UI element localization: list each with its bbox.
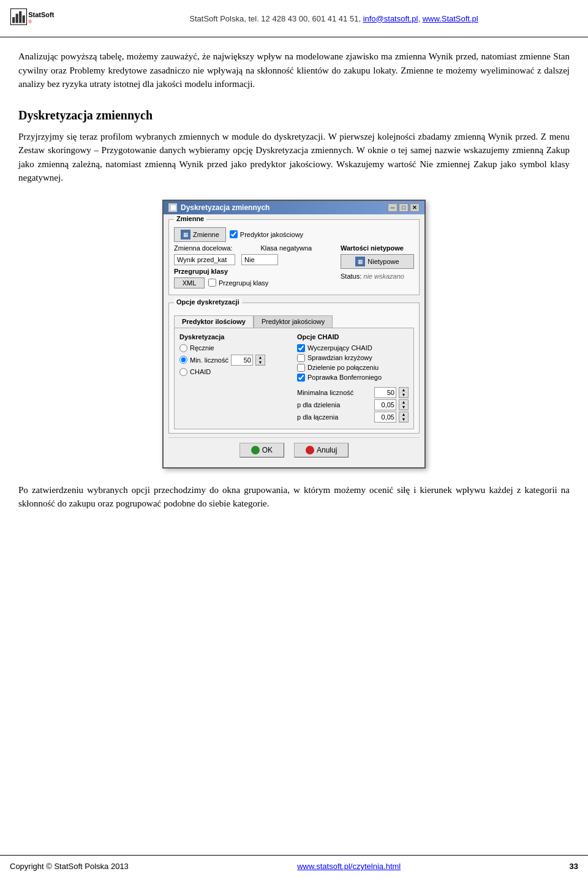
zmienne-btn-icon: ▦ <box>181 230 190 239</box>
zmienna-docelowa-row: Zmienna docelowa: Klasa negatywna <box>174 244 334 252</box>
chaid-min-up[interactable]: ▲ <box>399 388 408 393</box>
min-liczba-spinner[interactable]: ▲ ▼ <box>255 355 265 366</box>
opcje-section-title: Opcje dyskretyzacji <box>174 298 242 306</box>
chaid-min-spinner[interactable]: ▲ ▼ <box>399 387 409 398</box>
predyktor-checkbox[interactable] <box>230 230 238 238</box>
chaid-dzielenie-row: Dzielenie po połączeniu <box>297 364 409 372</box>
main-content: Analizując powyższą tabelę, możemy zauwa… <box>0 37 588 568</box>
maximize-button[interactable]: □ <box>399 203 409 212</box>
page-header: StatSoft ® StatSoft Polska, tel. 12 428 … <box>0 0 588 37</box>
klasa-negatywna-label: Klasa negatywna <box>260 244 312 252</box>
nietypowe-icon: ▦ <box>355 257 365 266</box>
chaid-min-label: Minimalna liczność <box>297 389 372 396</box>
chaid-values: Minimalna liczność ▲ ▼ <box>297 387 409 424</box>
header-contact: StatSoft Polska, tel. 12 428 43 00, 601 … <box>89 14 578 23</box>
spin-up[interactable]: ▲ <box>256 355 265 360</box>
chaid-p-dzielenia-input[interactable] <box>374 399 396 410</box>
chaid-wyczerpujacy-row: Wyczerpujący CHAID <box>297 344 409 352</box>
radio-min-liczba[interactable] <box>179 356 187 364</box>
zmienne-section-title: Zmienne <box>174 215 206 222</box>
przegrupuj-checkbox[interactable] <box>208 279 216 287</box>
cancel-icon <box>306 446 314 454</box>
opcje-chaid-col: Opcje CHAID Wyczerpujący CHAID <box>297 333 409 424</box>
status-label: Status: <box>341 273 361 280</box>
radio-recznie[interactable] <box>179 344 187 352</box>
ok-button[interactable]: OK <box>239 443 284 457</box>
chaid-options: Wyczerpujący CHAID Sprawdzian krzyżowy <box>297 344 409 424</box>
paragraph-intro: Analizując powyższą tabelę, możemy zauwa… <box>18 50 570 91</box>
chaid-min-row: Minimalna liczność ▲ ▼ <box>297 387 409 398</box>
chaid-p-dz-down[interactable]: ▼ <box>399 405 408 410</box>
svg-rect-3 <box>19 11 21 23</box>
predyktor-checkbox-label[interactable]: Predyktor jakościowy <box>230 230 303 238</box>
opcje-chaid-label: Opcje CHAID <box>297 333 409 341</box>
nietypowe-button[interactable]: ▦ Nietypowe <box>341 254 414 269</box>
chaid-p-lac-up[interactable]: ▲ <box>399 412 408 417</box>
radio-recznie-label[interactable]: Ręcznie <box>179 344 291 352</box>
chaid-p-laczenia-spinner[interactable]: ▲ ▼ <box>399 412 409 423</box>
titlebar-buttons: ─ □ ✕ <box>388 203 420 212</box>
paragraph-conclusion: Po zatwierdzeniu wybranych opcji przecho… <box>18 483 570 511</box>
radio-chaid-label[interactable]: CHAID <box>179 368 291 376</box>
status-value: nie wskazano <box>363 273 404 280</box>
chaid-p-laczenia-label: p dla łączenia <box>297 413 372 421</box>
minimize-button[interactable]: ─ <box>388 203 398 212</box>
chaid-p-lac-down[interactable]: ▼ <box>399 417 408 422</box>
svg-rect-2 <box>16 13 18 23</box>
copyright-text: Copyright © StatSoft Polska 2013 <box>10 862 129 871</box>
chaid-p-dzielenia-spinner[interactable]: ▲ ▼ <box>399 399 409 410</box>
chaid-p-dzielenia-row: p dla dzielenia ▲ ▼ <box>297 399 409 410</box>
chaid-p-laczenia-row: p dla łączenia ▲ ▼ <box>297 412 409 423</box>
przegrupuj-label: Przegrupuj klasy <box>174 268 228 275</box>
page-number: 33 <box>570 862 578 871</box>
przegrupuj-checkbox-label[interactable]: Przegrupuj klasy <box>208 279 268 287</box>
spin-down[interactable]: ▼ <box>256 360 265 365</box>
min-liczba-input[interactable] <box>231 355 253 366</box>
ok-icon <box>251 446 260 454</box>
przegrupuj-row: Przegrupuj klasy <box>174 268 334 275</box>
footer-link[interactable]: www.statsoft.pl/czytelnia.html <box>297 862 401 871</box>
dialog-icon: ▦ <box>168 203 177 212</box>
xml-przegrupuj-row: XML Przegrupuj klasy <box>174 277 334 288</box>
zmienne-row: ▦ Zmienne Predyktor jakościowy <box>174 227 414 242</box>
chaid-p-laczenia-input[interactable] <box>374 412 396 423</box>
dialog-title: Dyskretyzacja zmiennych <box>181 203 388 212</box>
section-heading: Dyskretyzacja zmiennych <box>18 108 570 122</box>
svg-text:StatSoft: StatSoft <box>28 11 55 18</box>
email-link[interactable]: info@statsoft.pl <box>363 14 418 23</box>
dialog-window: ▦ Dyskretyzacja zmiennych ─ □ ✕ Zmienne <box>162 200 426 469</box>
dialog-container: ▦ Dyskretyzacja zmiennych ─ □ ✕ Zmienne <box>18 200 570 469</box>
wartosci-group: Wartości nietypowe ▦ Nietypowe Status: n… <box>341 244 414 280</box>
chaid-sprawdzian-check[interactable] <box>297 354 305 362</box>
chaid-p-dzielenia-label: p dla dzielenia <box>297 401 372 408</box>
cancel-button[interactable]: Anuluj <box>294 443 349 457</box>
zmienne-button[interactable]: ▦ Zmienne <box>174 227 226 242</box>
wartosci-title: Wartości nietypowe <box>341 244 414 252</box>
radio-min-liczba-row: Min. liczność ▲ ▼ <box>179 355 291 366</box>
chaid-min-down[interactable]: ▼ <box>399 393 408 397</box>
wynik-przed-field[interactable]: Wynik przed_kat <box>174 254 235 265</box>
chaid-wyczerpujacy-check[interactable] <box>297 344 305 352</box>
dialog-footer: OK Anuluj <box>168 437 420 462</box>
radio-group: Ręcznie Min. liczność ▲ <box>179 344 291 376</box>
nie-field[interactable]: Nie <box>241 254 278 265</box>
status-row: Status: nie wskazano <box>341 273 414 280</box>
chaid-poprawka-check[interactable] <box>297 374 305 382</box>
tab-jakosciowy[interactable]: Predyktor jakościowy <box>254 315 333 328</box>
dialog-body: Zmienne ▦ Zmienne Predyktor jakościowy <box>164 214 424 467</box>
two-col-layout: Dyskretyzacja Ręcznie Min. l <box>179 333 409 424</box>
chaid-p-dz-up[interactable]: ▲ <box>399 400 408 405</box>
wynik-przed-row: Wynik przed_kat Nie <box>174 254 334 265</box>
chaid-min-input[interactable] <box>374 387 396 398</box>
tab-ilosciowy[interactable]: Predyktor ilościowy <box>174 315 254 328</box>
xml-button[interactable]: XML <box>174 277 205 288</box>
svg-rect-4 <box>23 15 25 23</box>
opcje-section: Opcje dyskretyzacji Predyktor ilościowy … <box>168 303 420 434</box>
chaid-dzielenie-check[interactable] <box>297 364 305 372</box>
svg-text:®: ® <box>28 19 32 24</box>
page-footer: Copyright © StatSoft Polska 2013 www.sta… <box>0 855 588 877</box>
radio-chaid[interactable] <box>179 368 187 376</box>
tab-bar: Predyktor ilościowy Predyktor jakościowy <box>174 315 414 328</box>
website-link[interactable]: www.StatSoft.pl <box>423 14 478 23</box>
close-button[interactable]: ✕ <box>410 203 420 212</box>
